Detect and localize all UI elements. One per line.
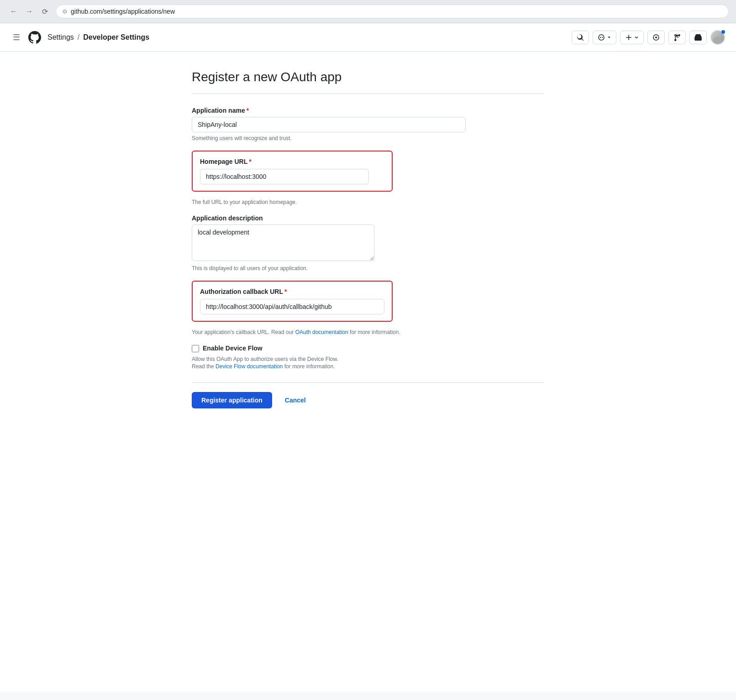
main-area: Register a new OAuth app Application nam…: [0, 52, 736, 692]
copilot-button[interactable]: [593, 31, 616, 44]
device-flow-docs-link[interactable]: Device Flow documentation: [216, 363, 283, 370]
inbox-button[interactable]: [689, 31, 707, 44]
notification-dot: [721, 30, 725, 34]
required-star: *: [247, 107, 249, 114]
app-description-label: Application description: [192, 214, 544, 222]
callback-url-highlighted: Authorization callback URL*: [192, 281, 393, 322]
oauth-docs-link[interactable]: OAuth documentation: [295, 329, 348, 335]
homepage-url-label: Homepage URL*: [200, 158, 384, 165]
lock-icon: ⊙: [63, 8, 67, 15]
device-flow-checkbox[interactable]: [192, 345, 199, 352]
register-application-button[interactable]: Register application: [192, 392, 272, 408]
app-name-hint: Something users will recognize and trust…: [192, 135, 544, 141]
breadcrumb-separator: /: [78, 33, 79, 42]
issues-icon: [652, 34, 660, 41]
pulls-button[interactable]: [668, 31, 686, 44]
nav-buttons: ← → ⟳: [7, 5, 51, 18]
homepage-url-hint: The full URL to your application homepag…: [192, 199, 544, 205]
cancel-button[interactable]: Cancel: [279, 392, 311, 408]
browser-chrome: ← → ⟳ ⊙ github.com/settings/applications…: [0, 0, 736, 23]
copilot-icon: [598, 34, 605, 41]
main-content: Register a new OAuth app Application nam…: [181, 52, 555, 692]
svg-point-2: [602, 37, 603, 37]
issues-button[interactable]: [647, 31, 665, 44]
chevron-down-icon-2: [634, 35, 639, 40]
device-flow-group: Enable Device Flow Allow this OAuth App …: [192, 345, 544, 370]
device-flow-checkbox-row: Enable Device Flow: [192, 345, 544, 352]
search-button[interactable]: [572, 31, 589, 44]
back-button[interactable]: ←: [7, 5, 20, 18]
required-star-3: *: [284, 288, 287, 295]
form-actions: Register application Cancel: [192, 382, 544, 408]
avatar-wrapper[interactable]: [710, 30, 725, 45]
pulls-icon: [673, 34, 681, 41]
breadcrumb-current[interactable]: Developer Settings: [83, 33, 149, 42]
callback-url-label: Authorization callback URL*: [200, 288, 384, 295]
svg-point-1: [600, 37, 601, 37]
homepage-url-highlighted: Homepage URL*: [192, 151, 393, 192]
breadcrumb: Settings / Developer Settings: [47, 33, 149, 42]
homepage-url-input[interactable]: [200, 169, 369, 184]
app-description-input[interactable]: local development: [192, 225, 374, 261]
github-header: ☰ Settings / Developer Settings: [0, 23, 736, 52]
inbox-icon: [694, 34, 702, 41]
homepage-url-wrapper: Homepage URL* The full URL to your appli…: [192, 151, 544, 205]
chevron-down-icon: [607, 35, 611, 40]
svg-point-0: [599, 35, 604, 40]
address-bar[interactable]: ⊙ github.com/settings/applications/new: [56, 5, 729, 18]
app-name-input[interactable]: [192, 117, 466, 132]
forward-button[interactable]: →: [23, 5, 36, 18]
device-flow-hint2: Read the Device Flow documentation for m…: [192, 363, 544, 370]
device-flow-label[interactable]: Enable Device Flow: [203, 345, 263, 352]
refresh-button[interactable]: ⟳: [38, 5, 51, 18]
plus-icon: [625, 34, 632, 41]
device-flow-hint1: Allow this OAuth App to authorize users …: [192, 356, 544, 362]
app-description-group: Application description local developmen…: [192, 214, 544, 272]
svg-point-4: [655, 37, 657, 38]
page-title: Register a new OAuth app: [192, 70, 544, 84]
github-logo: [27, 30, 42, 45]
hamburger-button[interactable]: ☰: [11, 31, 22, 44]
required-star-2: *: [249, 158, 251, 165]
callback-url-hint: Your application's callback URL. Read ou…: [192, 329, 544, 335]
header-right: [572, 30, 725, 45]
app-name-label: Application name*: [192, 107, 544, 114]
app-description-hint: This is displayed to all users of your a…: [192, 265, 544, 272]
section-divider: [192, 94, 544, 94]
callback-url-wrapper: Authorization callback URL* Your applica…: [192, 281, 544, 335]
create-button[interactable]: [620, 31, 644, 44]
url-text: github.com/settings/applications/new: [71, 8, 175, 15]
callback-url-input[interactable]: [200, 299, 384, 314]
search-icon: [577, 34, 584, 41]
header-left: ☰ Settings / Developer Settings: [11, 30, 564, 45]
app-name-group: Application name* Something users will r…: [192, 107, 544, 141]
hamburger-icon: ☰: [13, 33, 20, 42]
breadcrumb-parent[interactable]: Settings: [47, 33, 74, 42]
